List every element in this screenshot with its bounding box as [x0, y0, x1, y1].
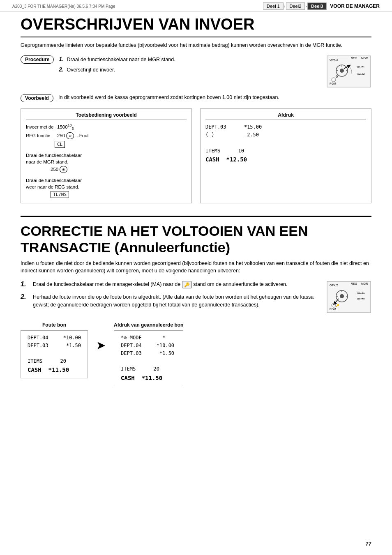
- procedure-step1: 1. Draai de functieschakelaar naar de MG…: [59, 55, 321, 64]
- fbon-line-1: DEPT.04 *10.00: [28, 334, 81, 342]
- afdruk-geannuleerde-title: Afdruk van geannuleerde bon: [114, 322, 183, 328]
- receipt-blank-1: [205, 139, 366, 147]
- main-content: OVERSCHRIJVEN VAN INVOER Geprogrammeerde…: [0, 12, 392, 394]
- afdruk-title: Afdruk: [205, 112, 366, 120]
- fbon-line-2: DEPT.03 *1.50: [28, 342, 81, 350]
- section2-step1: 1. Draai de functieschakelaar met de man…: [21, 281, 320, 288]
- breadcrumb-deel2[interactable]: Deel2: [286, 2, 305, 10]
- key-tlns: TL/NS: [51, 191, 69, 198]
- breadcrumb: Deel 1 › Deel2 › Deel3 VOOR DE MANAGER: [263, 2, 380, 10]
- arrow-block: ➤: [96, 322, 106, 352]
- page-number: 77: [366, 541, 371, 547]
- page: A203_3 FOR THE MANAGER(Ne) 06.5.6 7:34 P…: [0, 0, 392, 555]
- toets-row-1: Invoer met de 1500103: [26, 123, 187, 131]
- toets-row-7: weer naar de REG stand.: [26, 184, 187, 189]
- key-circle-2: ⊙: [60, 166, 67, 173]
- foute-bon-title: Foute bon: [21, 322, 88, 328]
- svg-text:X1/Z1: X1/Z1: [357, 291, 365, 294]
- svg-point-5: [340, 69, 344, 73]
- voorbeeld-block: Voorbeeld In dit voorbeeld werd de kassa…: [21, 94, 371, 103]
- procedure-steps: 1. Draai de functieschakelaar naar de MG…: [59, 55, 321, 76]
- bon-area: Foute bon DEPT.04 *10.00 DEPT.03 *1.50 I…: [21, 322, 371, 386]
- voorbeeld-text: In dit voorbeeld werd de kassa geprogram…: [58, 94, 371, 101]
- section2-steps: 1. Draai de functieschakelaar met de man…: [21, 281, 320, 313]
- svg-text:OPX/Z: OPX/Z: [330, 58, 339, 61]
- svg-point-20: [340, 294, 344, 298]
- section1-intro: Geprogrammeerde limieten voor bepaalde f…: [21, 41, 371, 49]
- voorbeeld-text-block: In dit voorbeeld werd de kassa geprogram…: [58, 94, 371, 103]
- procedure-badge: Procedure: [21, 55, 54, 64]
- svg-text:OPX/Z: OPX/Z: [330, 284, 339, 287]
- section2-top: 1. Draai de functieschakelaar met de man…: [21, 281, 371, 313]
- agon-line-2: DEPT.04 *10.00: [121, 342, 176, 350]
- afdruk-geannuleerde-block: *⊙ MODE * DEPT.04 *10.00 DEPT.03 *1.50 I…: [114, 330, 183, 386]
- foute-bon-container: Foute bon DEPT.04 *10.00 DEPT.03 *1.50 I…: [21, 322, 88, 378]
- receipt-line-1: DEPT.03 *15.00: [205, 123, 366, 131]
- receipt-line-3: ITEMS 10: [205, 147, 366, 155]
- procedure-step2: 2. Overschrijf de invoer.: [59, 65, 321, 74]
- svg-text:REG: REG: [351, 57, 357, 60]
- toets-row-3: Draai de functieschakelaar: [26, 153, 187, 158]
- svg-text:PGM: PGM: [330, 308, 336, 311]
- breadcrumb-deel1[interactable]: Deel 1: [263, 2, 284, 10]
- section-label: VOOR DE MANAGER: [330, 3, 380, 9]
- example-area: Toetsbediening voorbeeld Invoer met de 1…: [21, 108, 371, 203]
- key-diagram-2: OPX/Z REG MGR X1/Z1: [326, 281, 371, 313]
- breadcrumb-arrow1: ›: [284, 4, 286, 9]
- key-circle-1: ⊙: [66, 132, 74, 139]
- receipt-1: DEPT.03 *15.00 (—) -2.50 ITEMS 10 CASH *…: [205, 123, 366, 164]
- section-divider: [21, 216, 371, 217]
- svg-text:X1/Z1: X1/Z1: [357, 66, 365, 69]
- section1-title: OVERSCHRIJVEN VAN INVOER: [21, 16, 371, 37]
- agon-line-4: ITEMS 20: [121, 365, 176, 373]
- toets-row-tlns: TL/NS: [26, 191, 187, 198]
- svg-text:🔑: 🔑: [336, 304, 339, 307]
- section2-intro: Indien u fouten die niet door de bediend…: [21, 260, 371, 275]
- toets-title: Toetsbediening voorbeeld: [26, 112, 187, 120]
- breadcrumb-deel3[interactable]: Deel3: [307, 2, 327, 10]
- voorbeeld-badge: Voorbeeld: [21, 94, 53, 102]
- key-diagram-1: OPX/Z REG MGR: [326, 55, 371, 88]
- toets-block: Toetsbediening voorbeeld Invoer met de 1…: [21, 108, 192, 203]
- agon-line-1: *⊙ MODE *: [121, 334, 176, 342]
- procedure-block: Procedure 1. Draai de functieschakelaar …: [21, 55, 371, 88]
- agon-line-5: CASH *11.50: [121, 373, 176, 382]
- toets-row-6: Draai de functieschakelaar: [26, 178, 187, 183]
- fbon-blank: [28, 350, 81, 357]
- svg-text:⚙: ⚙: [335, 75, 338, 78]
- receipt-line-4: CASH *12.50: [205, 155, 366, 164]
- svg-text:REG: REG: [351, 282, 357, 285]
- svg-text:X2/Z2: X2/Z2: [357, 72, 365, 75]
- afdruk-block: Afdruk DEPT.03 *15.00 (—) -2.50 ITEMS 10…: [200, 108, 371, 203]
- header-meta: A203_3 FOR THE MANAGER(Ne) 06.5.6 7:34 P…: [12, 4, 263, 9]
- section2-title: CORRECTIE NA HET VOLTOOIEN VAN EEN TRANS…: [21, 223, 371, 255]
- toets-row-4: naar de MGR stand.: [26, 159, 187, 164]
- section2-step2: 2. Herhaal de foute invoer die op de fou…: [21, 293, 320, 309]
- agon-blank: [121, 357, 176, 365]
- svg-text:X2/Z2: X2/Z2: [357, 298, 365, 301]
- breadcrumb-arrow2: ›: [305, 4, 307, 9]
- agon-line-3: DEPT.03 *1.50: [121, 350, 176, 357]
- toets-row-2: REG functie 250 ⊙ ...Fout: [26, 132, 187, 139]
- key-cl: CL: [55, 141, 65, 148]
- svg-text:MGR: MGR: [361, 57, 368, 60]
- foute-bon-block: DEPT.04 *10.00 DEPT.03 *1.50 ITEMS 20 CA…: [21, 330, 88, 378]
- svg-text:PGM: PGM: [330, 82, 336, 85]
- header-bar: A203_3 FOR THE MANAGER(Ne) 06.5.6 7:34 P…: [0, 0, 392, 12]
- fbon-line-3: ITEMS 20: [28, 357, 81, 365]
- afdruk-geannuleerde-container: Afdruk van geannuleerde bon *⊙ MODE * DE…: [114, 322, 183, 386]
- svg-text:MGR: MGR: [361, 282, 368, 285]
- receipt-line-2: (—) -2.50: [205, 131, 366, 139]
- toets-row-5: 250 ⊙: [26, 166, 187, 173]
- key-icon: 🔑: [182, 281, 192, 289]
- fbon-line-4: CASH *11.50: [28, 365, 81, 374]
- toets-row-cl: CL: [26, 141, 187, 148]
